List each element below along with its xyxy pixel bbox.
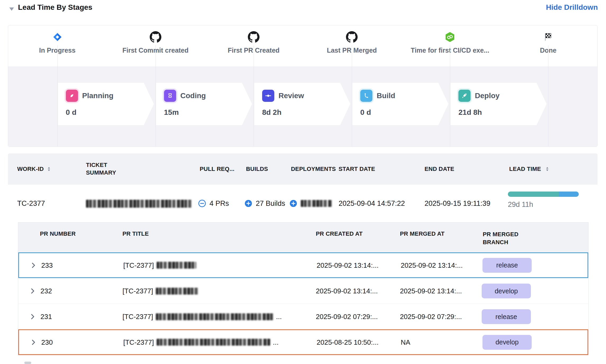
stage-divider bbox=[450, 45, 450, 146]
stage-name: Planning bbox=[82, 92, 113, 100]
rocket-icon bbox=[458, 90, 471, 102]
pr-number: 233 bbox=[41, 261, 53, 269]
pr-row-233[interactable]: 233 [TC-2377] 2025-09-02 13:14:... 2025-… bbox=[18, 252, 588, 278]
deployments-toggle[interactable] bbox=[289, 199, 332, 208]
builds-count: 27 Builds bbox=[256, 199, 285, 208]
stage-deploy: Deploy 21d 8h bbox=[450, 83, 546, 125]
column-pr-created-at: PR CREATED AT bbox=[316, 230, 363, 237]
pr-table: PR NUMBER PR TITLE PR CREATED AT PR MERG… bbox=[18, 222, 589, 355]
stage-name: Deploy bbox=[475, 92, 499, 100]
collapse-circle-icon bbox=[198, 199, 206, 208]
drilldown-header: Lead Time By Stages Hide Drilldown bbox=[8, 3, 598, 16]
chevron-right-icon[interactable] bbox=[29, 287, 36, 295]
column-pr-title: PR TITLE bbox=[122, 230, 149, 237]
pr-created-at: 2025-09-02 13:14:... bbox=[316, 287, 378, 295]
start-date: 2025-09-04 14:57:22 bbox=[339, 199, 405, 208]
work-items-table: WORK-ID TICKET SUMMARY PULL REQ... BUILD… bbox=[8, 153, 598, 355]
stage-name: Coding bbox=[180, 92, 206, 100]
stage-divider bbox=[254, 45, 254, 146]
work-item-row: TC-2377 4 PRs 27 Builds 2025-09-04 14:57… bbox=[8, 185, 598, 222]
work-id: TC-2377 bbox=[17, 199, 45, 208]
stage-coding: Coding 15m bbox=[156, 83, 252, 125]
ticket-summary-redacted bbox=[86, 199, 192, 208]
branch-badge: release bbox=[482, 309, 531, 324]
pr-number: 232 bbox=[40, 287, 52, 295]
stage-divider bbox=[548, 45, 548, 146]
lead-time-cell: 29d 11h bbox=[508, 192, 579, 209]
redacted-text bbox=[157, 262, 196, 269]
pr-table-header: PR NUMBER PR TITLE PR CREATED AT PR MERG… bbox=[18, 222, 588, 252]
redacted-text bbox=[86, 200, 192, 208]
column-pr-number: PR NUMBER bbox=[40, 230, 76, 237]
stage-divider bbox=[57, 45, 58, 146]
pr-merged-at: NA bbox=[401, 338, 410, 346]
hide-drilldown-link[interactable]: Hide Drilldown bbox=[546, 3, 598, 12]
builds-toggle[interactable]: 27 Builds bbox=[244, 199, 285, 208]
milestones-row: In Progress First Commit created First P… bbox=[8, 25, 597, 66]
redacted-text bbox=[156, 313, 274, 320]
sort-icon[interactable] bbox=[544, 166, 550, 172]
finish-flag-icon bbox=[543, 31, 553, 43]
stage-name: Build bbox=[377, 92, 395, 100]
column-ticket-summary: TICKET SUMMARY bbox=[86, 161, 122, 176]
stage-divider bbox=[352, 45, 352, 146]
pr-created-at: 2025-09-02 07:29:... bbox=[316, 313, 378, 321]
pr-created-at: 2025-09-02 13:14:... bbox=[317, 261, 379, 269]
chevron-right-icon[interactable] bbox=[30, 262, 37, 269]
work-table-header: WORK-ID TICKET SUMMARY PULL REQ... BUILD… bbox=[8, 153, 598, 185]
column-lead-time[interactable]: LEAD TIME bbox=[509, 166, 541, 172]
scrollbar-thumb-fragment[interactable] bbox=[24, 362, 31, 364]
pull-requests-toggle[interactable]: 4 PRs bbox=[198, 199, 229, 208]
git-commit-icon bbox=[262, 90, 274, 102]
branch-badge: develop bbox=[482, 284, 531, 298]
column-pr-merged-branch: PR MERGED BRANCH bbox=[483, 230, 522, 246]
pr-merged-at: 2025-09-02 07:29:... bbox=[400, 313, 462, 321]
pr-row-231[interactable]: 231 [TC-2377]... 2025-09-02 07:29:... 20… bbox=[18, 304, 588, 329]
stage-duration: 15m bbox=[164, 108, 252, 117]
branch-icon bbox=[360, 90, 372, 102]
stage-divider bbox=[156, 45, 156, 146]
stage-name: Review bbox=[279, 92, 304, 100]
end-date: 2025-09-15 19:11:39 bbox=[425, 199, 490, 208]
branch-badge: develop bbox=[482, 335, 532, 350]
column-start-date: START DATE bbox=[339, 166, 375, 172]
redacted-text bbox=[301, 200, 332, 207]
planning-icon bbox=[66, 90, 78, 102]
collapse-arrow-icon[interactable] bbox=[8, 5, 15, 13]
column-work-id[interactable]: WORK-ID bbox=[17, 166, 44, 172]
hourglass-icon bbox=[164, 90, 176, 102]
stage-duration: 0 d bbox=[66, 108, 154, 117]
page-title: Lead Time By Stages bbox=[18, 3, 92, 12]
chevron-right-icon[interactable] bbox=[30, 339, 37, 346]
github-icon bbox=[150, 31, 161, 43]
lead-time-drilldown: Lead Time By Stages Hide Drilldown In Pr… bbox=[0, 0, 606, 364]
pr-merged-at: 2025-09-02 13:14:... bbox=[401, 261, 463, 269]
pr-row-232[interactable]: 232 [TC-2377] 2025-09-02 13:14:... 2025-… bbox=[18, 278, 588, 304]
chevron-right-icon[interactable] bbox=[29, 313, 36, 320]
sort-icon[interactable] bbox=[46, 166, 52, 172]
github-icon bbox=[248, 31, 259, 43]
stage-review: Review 8d 2h bbox=[254, 83, 350, 125]
column-pr-merged-at: PR MERGED AT bbox=[400, 230, 445, 237]
pull-requests-count: 4 PRs bbox=[209, 199, 229, 208]
stage-duration: 21d 8h bbox=[458, 108, 546, 117]
redacted-text bbox=[156, 288, 199, 294]
pr-number: 230 bbox=[41, 338, 53, 346]
column-deployments: DEPLOYMENTS bbox=[291, 166, 336, 172]
column-builds: BUILDS bbox=[246, 166, 268, 172]
pr-merged-at: 2025-09-02 13:14:... bbox=[400, 287, 462, 295]
pr-row-230[interactable]: 230 [TC-2377]... 2025-08-25 10:50:... NA… bbox=[18, 329, 588, 355]
stage-duration: 0 d bbox=[360, 108, 448, 117]
stage-build: Build 0 d bbox=[352, 83, 448, 125]
lead-time-bar bbox=[508, 192, 579, 197]
expand-circle-icon bbox=[289, 199, 298, 208]
jira-status-icon bbox=[52, 31, 62, 43]
pr-title: [TC-2377]... bbox=[123, 338, 279, 346]
lead-time-bar-segment-blue bbox=[559, 192, 579, 197]
stages-panel: In Progress First Commit created First P… bbox=[8, 25, 598, 147]
pr-number: 231 bbox=[40, 313, 52, 321]
github-icon bbox=[346, 31, 358, 43]
lead-time-bar-segment-teal bbox=[508, 192, 559, 197]
column-end-date: END DATE bbox=[425, 166, 454, 172]
branch-badge: release bbox=[482, 258, 532, 273]
